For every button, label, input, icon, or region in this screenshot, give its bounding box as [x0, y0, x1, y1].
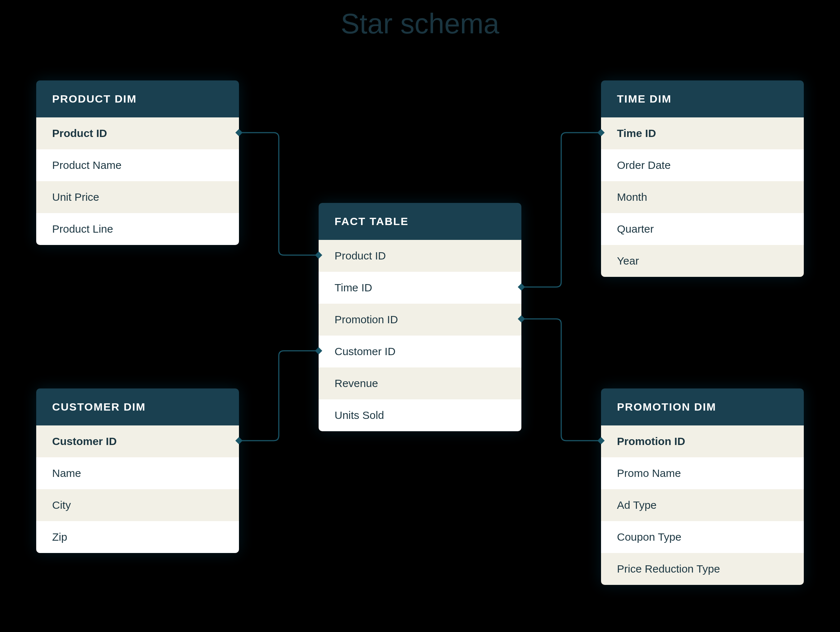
product-header: PRODUCT DIM: [36, 81, 239, 117]
fact-row-3: Customer ID: [319, 336, 521, 367]
promotion-row-0: Promotion ID: [601, 425, 804, 457]
product-row-0: Product ID: [36, 117, 239, 149]
promotion-row-1: Promo Name: [601, 457, 804, 489]
promotion-row-3: Coupon Type: [601, 521, 804, 553]
product-row-1: Product Name: [36, 149, 239, 181]
fact-row-2: Promotion ID: [319, 304, 521, 336]
customer-row-2: City: [36, 489, 239, 521]
connector: [521, 133, 601, 287]
fact-table: FACT TABLEProduct IDTime IDPromotion IDC…: [319, 203, 521, 431]
time-row-2: Month: [601, 181, 804, 213]
customer-row-1: Name: [36, 457, 239, 489]
time-header: TIME DIM: [601, 81, 804, 117]
customer-header: CUSTOMER DIM: [36, 388, 239, 425]
product-row-2: Unit Price: [36, 181, 239, 213]
fact-row-1: Time ID: [319, 272, 521, 304]
time-table: TIME DIMTime IDOrder DateMonthQuarterYea…: [601, 81, 804, 277]
time-row-3: Quarter: [601, 213, 804, 245]
customer-row-0: Customer ID: [36, 425, 239, 457]
customer-row-3: Zip: [36, 521, 239, 553]
time-row-4: Year: [601, 245, 804, 277]
time-row-0: Time ID: [601, 117, 804, 149]
connector: [239, 351, 319, 441]
fact-row-4: Revenue: [319, 367, 521, 399]
diagram-title: Star schema: [0, 7, 840, 40]
fact-header: FACT TABLE: [319, 203, 521, 240]
promotion-table: PROMOTION DIMPromotion IDPromo NameAd Ty…: [601, 388, 804, 585]
connector: [239, 133, 319, 255]
product-row-3: Product Line: [36, 213, 239, 245]
fact-row-0: Product ID: [319, 240, 521, 272]
product-table: PRODUCT DIMProduct IDProduct NameUnit Pr…: [36, 81, 239, 245]
promotion-header: PROMOTION DIM: [601, 388, 804, 425]
time-row-1: Order Date: [601, 149, 804, 181]
connector: [521, 319, 601, 441]
promotion-row-2: Ad Type: [601, 489, 804, 521]
promotion-row-4: Price Reduction Type: [601, 553, 804, 585]
fact-row-5: Units Sold: [319, 399, 521, 431]
customer-table: CUSTOMER DIMCustomer IDNameCityZip: [36, 388, 239, 553]
